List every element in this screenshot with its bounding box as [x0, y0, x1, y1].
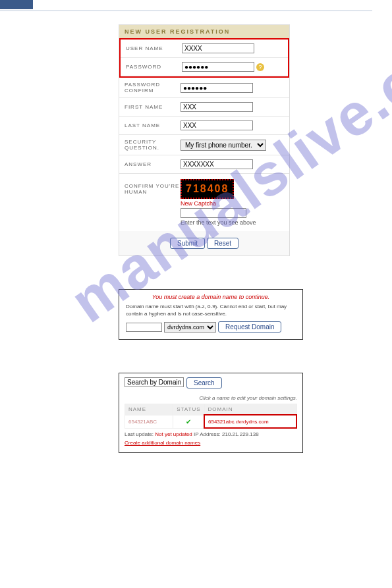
create-additional-link[interactable]: Create additional domain names	[125, 440, 297, 446]
request-domain-button[interactable]: Request Domain	[218, 321, 281, 333]
lastname-input[interactable]	[181, 120, 253, 130]
domain-info: Domain name must start with (a-z, 0-9). …	[126, 303, 296, 317]
registration-form: NEW USER REGISTRATION USER NAME PASSWORD…	[119, 24, 290, 256]
username-input[interactable]	[182, 43, 254, 53]
security-question-select[interactable]: My first phone number.	[181, 140, 266, 151]
password-confirm-label: PASSWORD CONFIRM	[125, 82, 181, 94]
header-color-bar	[0, 0, 33, 9]
new-captcha-link[interactable]: New Captcha	[181, 200, 284, 207]
col-name: NAME	[125, 404, 173, 415]
search-button[interactable]: Search	[186, 377, 222, 388]
domain-name-input[interactable]	[126, 323, 162, 332]
answer-input[interactable]	[181, 159, 253, 169]
check-icon: ✔	[173, 415, 204, 428]
password-confirm-input[interactable]	[181, 83, 253, 93]
domain-warning: You must create a domain name to continu…	[126, 294, 296, 300]
answer-label: ANSWER	[125, 161, 181, 167]
firstname-input[interactable]	[181, 102, 253, 112]
status-not-updated: Not yet updated	[155, 431, 192, 437]
lastname-label: LAST NAME	[125, 122, 181, 128]
captcha-label: CONFIRM YOU'RE HUMAN	[125, 179, 181, 226]
search-input[interactable]	[125, 377, 184, 387]
page-title: NEW USER REGISTRATION	[119, 25, 289, 38]
header-divider	[0, 11, 372, 11]
table-row[interactable]: 654321ABC ✔ 654321abc.dvrdydns.com	[125, 415, 297, 428]
firstname-label: FIRST NAME	[125, 104, 181, 110]
help-icon[interactable]: ?	[256, 63, 264, 71]
col-domain: DOMAIN	[204, 404, 296, 415]
reset-button[interactable]: Reset	[207, 238, 238, 249]
domain-search-panel: Search Click a name to edit your domain …	[119, 373, 303, 453]
password-input[interactable]	[182, 62, 254, 72]
security-question-label: SECURITY QUESTION.	[125, 139, 181, 151]
highlight-credentials: USER NAME PASSWORD ?	[119, 38, 289, 78]
status-line: Last update: Not yet updated IP Address:…	[125, 431, 297, 437]
captcha-input[interactable]	[181, 208, 246, 218]
captcha-image: 718408	[181, 179, 234, 199]
domain-suffix-select[interactable]: dvrdydns.com	[164, 322, 216, 333]
submit-button[interactable]: Submit	[170, 238, 205, 249]
domain-edit-hint: Click a name to edit your domain setting…	[125, 395, 297, 401]
table-header-row: NAME STATUS DOMAIN	[125, 404, 297, 415]
row-name: 654321ABC	[125, 415, 173, 428]
domain-table: NAME STATUS DOMAIN 654321ABC ✔ 654321abc…	[125, 404, 297, 429]
domain-create-panel: You must create a domain name to continu…	[119, 289, 303, 340]
row-domain[interactable]: 654321abc.dvrdydns.com	[204, 415, 296, 428]
col-status: STATUS	[173, 404, 204, 415]
captcha-hint: Enter the text you see above	[181, 219, 284, 226]
password-label: PASSWORD	[126, 64, 182, 70]
username-label: USER NAME	[126, 45, 182, 51]
